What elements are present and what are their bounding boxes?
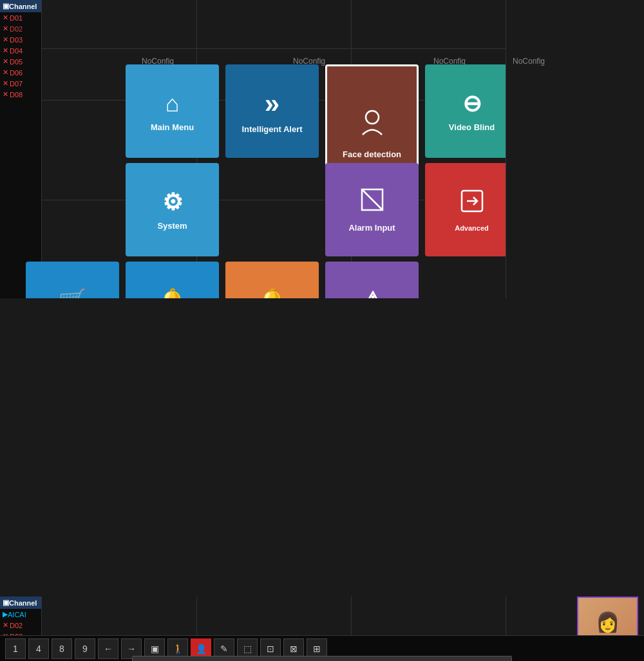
d07-label: D07 [10, 80, 23, 88]
x-icon-d02: ✕ [3, 24, 8, 33]
x-icon-d06: ✕ [3, 68, 8, 77]
aicai-label: AICAI [8, 611, 26, 618]
d08-label: D08 [10, 91, 23, 99]
tile-main-menu[interactable]: ⌂ Main Menu [126, 64, 219, 158]
taskbar-9-icon: 9 [82, 644, 88, 654]
layout1-icon: ⬚ [243, 644, 252, 654]
intelligent-alert-label: Intelligent Alert [242, 124, 302, 134]
monitor-icon-bottom: ▣ [3, 599, 9, 607]
arrow-icon [459, 188, 485, 219]
taskbar-btn-4[interactable]: 4 [28, 638, 49, 659]
minus-circle-icon: ⊖ [462, 90, 482, 117]
svg-point-0 [366, 111, 379, 124]
bottom-section: ▣ Channel ▶ AICAI ✕ D02 ✕ D03 ✕ D04 ✕ D0… [0, 298, 644, 661]
motion-icon: 🚶 [173, 644, 184, 654]
bot-d02-label: D02 [10, 622, 23, 629]
layout2-icon: ⊡ [267, 644, 274, 654]
tile-system[interactable]: ⚙ System [126, 163, 219, 256]
main-content-top: NoConfig NoConfig NoConfig No NoConfig ⌂… [42, 0, 506, 298]
sidebar-item-aicai[interactable]: ▶ AICAI [0, 609, 41, 620]
tile-intelligent[interactable]: Advanced [425, 163, 518, 256]
fullscreen-icon: ⊞ [313, 644, 321, 654]
sidebar-item-d03[interactable]: ✕ D03 [0, 34, 41, 45]
channel-header-label: Channel [9, 3, 37, 10]
face-person-1-icon: 👩 [596, 611, 620, 633]
d04-label: D04 [10, 47, 23, 55]
sidebar-item-d04[interactable]: ✕ D04 [0, 45, 41, 56]
monitor-icon: ▣ [3, 2, 9, 10]
x-icon-d01: ✕ [3, 14, 8, 22]
home-icon: ⌂ [166, 90, 180, 117]
video-loss-label: Alarm Input [348, 223, 395, 233]
top-section: ▣ Channel ✕ D01 ✕ D02 ✕ D03 ✕ D04 ✕ D05 … [0, 0, 644, 298]
noconfig-right-top: NoConfig [513, 57, 545, 66]
dialog-title: Face detection [133, 656, 511, 661]
face-detection-dialog: Face detection Channel 1 2 Enable Period… [132, 656, 512, 661]
arrow-icon-aicai: ▶ [3, 610, 8, 618]
x-icon-d03: ✕ [3, 35, 8, 44]
pencil-icon: ✎ [220, 644, 228, 654]
taskbar-btn-prev[interactable]: ← [98, 638, 118, 659]
video-blind-label: Video Blind [449, 122, 495, 132]
svg-line-2 [362, 189, 383, 210]
channel-header-bottom[interactable]: ▣ Channel [0, 597, 41, 609]
hline-1 [42, 48, 506, 49]
taskbar-4-icon: 4 [36, 644, 41, 654]
d06-label: D06 [10, 69, 23, 77]
taskbar-8-icon: 8 [59, 644, 64, 654]
channel-header-bottom-label: Channel [9, 599, 37, 607]
taskbar-btn-9[interactable]: 9 [75, 638, 95, 659]
taskbar-btn-1[interactable]: 1 [5, 638, 26, 659]
d05-label: D05 [10, 58, 23, 66]
sidebar-item-d05[interactable]: ✕ D05 [0, 56, 41, 67]
forward-icon: » [265, 88, 279, 119]
sidebar-item-d07[interactable]: ✕ D07 [0, 78, 41, 89]
sidebar-left-top: ▣ Channel ✕ D01 ✕ D02 ✕ D03 ✕ D04 ✕ D05 … [0, 0, 42, 298]
channel-header-top[interactable]: ▣ Channel [0, 0, 41, 12]
tile-video-loss[interactable]: Alarm Input [325, 163, 419, 256]
close-icon: ⊠ [290, 644, 298, 654]
tile-intelligent-alert[interactable]: » Intelligent Alert [225, 64, 319, 158]
system-label: System [157, 221, 187, 231]
taskbar-1-icon: 1 [13, 644, 18, 654]
right-panel-top: NoConfig H Kb/S 5 0 6 0 7 0 [506, 0, 644, 298]
video-loss-icon [359, 187, 385, 218]
x-icon-bot-d02: ✕ [3, 621, 8, 629]
face-detection-label: Face detection [343, 149, 401, 159]
d02-label: D02 [10, 25, 23, 33]
sidebar-item-d08[interactable]: ✕ D08 [0, 89, 41, 100]
x-icon-d04: ✕ [3, 46, 8, 55]
sidebar-item-d06[interactable]: ✕ D06 [0, 67, 41, 78]
sidebar-item-bot-d02[interactable]: ✕ D02 [0, 620, 41, 631]
main-menu-label: Main Menu [151, 122, 194, 132]
intelligent-label: Advanced [455, 224, 489, 232]
right-arrow-icon: → [127, 644, 136, 654]
x-icon-d05: ✕ [3, 57, 8, 66]
x-icon-d08: ✕ [3, 90, 8, 99]
tile-video-blind[interactable]: ⊖ Video Blind [425, 64, 518, 158]
face-icon [356, 106, 388, 144]
grid-icon: ▣ [151, 644, 159, 654]
gear-icon: ⚙ [162, 189, 183, 216]
left-arrow-icon: ← [104, 644, 113, 654]
taskbar-btn-8[interactable]: 8 [52, 638, 72, 659]
sidebar-item-d01[interactable]: ✕ D01 [0, 12, 41, 23]
d01-label: D01 [10, 14, 23, 22]
sidebar-item-d02[interactable]: ✕ D02 [0, 23, 41, 34]
x-icon-d07: ✕ [3, 79, 8, 88]
d03-label: D03 [10, 36, 23, 44]
face-taskbar-icon: 👤 [196, 644, 207, 654]
